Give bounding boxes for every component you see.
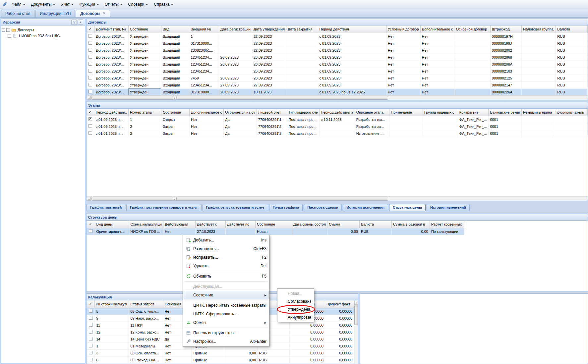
menubar-item-help[interactable]: Справка	[151, 1, 176, 8]
column-header[interactable]: Период действия э	[319, 109, 355, 116]
column-header[interactable]: Валюта	[359, 221, 391, 228]
subtab-change-history[interactable]: История изменений	[427, 204, 470, 211]
column-header[interactable]: ✓	[87, 221, 95, 228]
scroll-up-button[interactable]: ▲	[354, 301, 358, 305]
column-header[interactable]: ✓	[87, 26, 94, 33]
column-header[interactable]: Условный договор	[386, 26, 420, 33]
stages-hscrollbar[interactable]: ◄ ►	[87, 196, 588, 201]
menubar-item-accounting[interactable]: Учёт	[58, 1, 76, 8]
column-header[interactable]: Состояние	[161, 109, 189, 116]
menubar-item-dictionaries[interactable]: Словари	[125, 1, 151, 8]
table-row[interactable]: Договор, 2023/...УтверждёнВходящий122.09…	[87, 33, 588, 40]
row-checkbox[interactable]	[89, 351, 92, 354]
tree-node-checkbox[interactable]	[6, 28, 10, 32]
table-row[interactable]: Договор, 2023/...УтверждёнВходящий123451…	[87, 68, 588, 75]
row-checkbox[interactable]	[89, 229, 92, 233]
row-checkbox[interactable]	[89, 337, 92, 340]
scroll-thumb[interactable]	[354, 305, 358, 325]
row-checkbox[interactable]	[88, 83, 92, 86]
column-header[interactable]: Состояние	[256, 221, 292, 228]
table-row[interactable]: Договор, 2023/...УтверждёнВходящий230823…	[87, 47, 588, 54]
menubar-item-documents[interactable]: Документы	[28, 1, 58, 8]
table-row[interactable]: с 01.09.2023 п...2ЗакрытНетДа7706406291\…	[87, 123, 588, 130]
column-header[interactable]: Описание этапа	[355, 109, 389, 116]
column-header[interactable]: Дата закрытия	[286, 26, 318, 33]
column-header[interactable]: Номер этапа	[129, 109, 161, 116]
menu-item-citk-recalc[interactable]: ЦИТК. Пересчитать косвенные затраты...	[184, 301, 268, 310]
column-header[interactable]: Реквизиты прина	[522, 109, 554, 116]
column-header[interactable]: Внешний №	[189, 26, 219, 33]
tree-node-root[interactable]: − Договоры	[2, 27, 84, 33]
column-header[interactable]: Дата утверждения	[252, 26, 286, 33]
menu-item-delete[interactable]: УдалитьDel	[184, 262, 268, 270]
column-header[interactable]: Сумма	[327, 221, 359, 228]
column-header[interactable]: Сумма в базовой в	[391, 221, 430, 228]
column-header[interactable]: Вид цены	[95, 221, 129, 228]
row-checkbox[interactable]	[88, 76, 92, 79]
subtab-payment-schedule[interactable]: График платежей	[87, 204, 125, 211]
calculation-vscrollbar[interactable]: ▲	[354, 300, 358, 364]
menu-item-add[interactable]: Добавить...Ins	[184, 236, 268, 244]
tab-desktop[interactable]: Рабочий стол	[1, 10, 34, 17]
row-checkbox[interactable]	[88, 90, 92, 93]
scroll-left-button[interactable]: ◄	[87, 197, 91, 201]
row-checkbox[interactable]	[89, 309, 92, 313]
row-checkbox[interactable]	[89, 323, 92, 327]
tree-expander-icon[interactable]: −	[2, 28, 5, 32]
column-header[interactable]: Документ (тип, №	[94, 26, 129, 33]
column-header[interactable]: Налоговая группа,	[522, 26, 556, 33]
tree-node-checkbox[interactable]	[8, 34, 11, 38]
menu-item-settings[interactable]: Настройки...Alt+Enter	[184, 337, 268, 346]
table-row[interactable]: Договор, 2023/...УтверждёнВходящий017310…	[87, 40, 588, 47]
tree-node-child[interactable]: НИОКР по ГОЗ без НДС	[2, 33, 84, 39]
tab-contracts[interactable]: Договоры✕	[76, 10, 110, 17]
row-checkbox[interactable]	[89, 330, 92, 334]
row-checkbox[interactable]	[88, 124, 92, 128]
column-header[interactable]: Банковские рекви	[489, 109, 522, 116]
menubar-item-functions[interactable]: Функции	[76, 1, 101, 8]
menu-item-refresh[interactable]: ОбновитьF5	[184, 272, 268, 281]
column-header[interactable]: Дополнительное с	[190, 109, 224, 116]
menu-item-edit[interactable]: Исправить...F2	[184, 253, 268, 262]
row-checkbox[interactable]	[88, 69, 92, 73]
menubar-item-file[interactable]: Файл	[9, 1, 28, 8]
scroll-left-button[interactable]: ◄	[87, 96, 91, 100]
column-header[interactable]: Дата регистрации	[219, 26, 252, 33]
table-row[interactable]: Договор, 2023/...УтверждёнВходящий017310…	[87, 88, 588, 95]
menu-item-agreed[interactable]: Согласована...	[278, 297, 313, 305]
column-header[interactable]: Штрих-код	[490, 26, 521, 33]
tab-close-icon[interactable]: ✕	[103, 12, 106, 15]
column-header[interactable]: Состояние	[128, 26, 161, 33]
table-row[interactable]: Договор, 2023/...УтверждёнВходящий123451…	[87, 81, 588, 88]
scroll-thumb[interactable]	[91, 197, 388, 201]
tab-pup-instructions[interactable]: Инструкции ПУП	[35, 10, 75, 17]
column-header[interactable]: Дата смены состоя	[292, 221, 327, 228]
subtab-schedule-points[interactable]: Точки графика	[269, 204, 303, 211]
menu-item-approved[interactable]: Утверждена...	[278, 305, 313, 313]
column-header[interactable]: Примечание	[389, 109, 423, 116]
table-row[interactable]: Ориентировоч...НИОКР по ГОЗ ...Нет27.10.…	[87, 228, 464, 235]
table-row[interactable]: Договор, 2023/...УтверждёнВходящий745926…	[87, 75, 588, 81]
row-checkbox[interactable]	[89, 358, 92, 361]
menubar-item-reports[interactable]: Отчёты	[102, 1, 125, 8]
row-checkbox[interactable]	[88, 41, 92, 45]
column-header[interactable]: Схема калькуляци	[129, 221, 163, 228]
menu-item-new[interactable]: Новая...	[278, 289, 313, 297]
column-header[interactable]: Контрагент	[458, 109, 489, 116]
menu-item-annulled[interactable]: Аннулирована...	[278, 313, 313, 321]
table-row[interactable]: Договор, 2023/...УтверждёнВходящий123451…	[87, 54, 588, 61]
menu-item-citk-form[interactable]: ЦИТК. Сформировать...	[184, 310, 268, 318]
column-header[interactable]: Действует по	[226, 221, 256, 228]
row-checkbox[interactable]	[88, 34, 92, 38]
subtab-price-structure[interactable]: Структура цены	[389, 204, 426, 211]
column-header[interactable]: ✓	[87, 300, 95, 308]
column-header[interactable]: Валюта	[556, 26, 588, 33]
table-row[interactable]: 303 Осн. оплата...НетПрямые0,00RUB0,0000…	[87, 349, 354, 356]
table-row[interactable]: с 01.09.2023 п...1ОткрытНетДа7706406291\…	[87, 116, 588, 123]
table-row[interactable]: с 01.01.2025 п...3ЗакрытНетДа7706406291\…	[87, 130, 588, 137]
row-checkbox[interactable]	[88, 55, 92, 59]
column-header[interactable]: Отражается на су	[223, 109, 257, 116]
subtab-goods-receipt-schedule[interactable]: График поступления товаров и услуг	[126, 204, 201, 211]
column-header[interactable]: Действует с	[196, 221, 226, 228]
column-header[interactable]: № строки калькул	[95, 300, 129, 308]
